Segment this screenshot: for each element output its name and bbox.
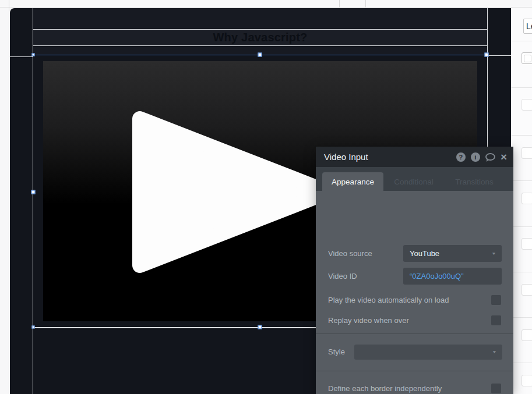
text-input-partial[interactable]: Le <box>523 19 532 34</box>
left-gutter <box>0 8 9 394</box>
video-id-label: Video ID <box>328 268 357 285</box>
toolbar-divider <box>9 0 9 8</box>
independent-borders-checkbox[interactable] <box>491 384 501 393</box>
tab-conditional[interactable]: Conditional <box>385 172 443 191</box>
chevron-down-icon: ▼ <box>491 247 496 260</box>
row-divider <box>511 272 532 272</box>
video-id-input[interactable]: “0ZA0oJo00uQ” <box>403 268 502 285</box>
guide-line-left-strip <box>10 56 33 57</box>
chevron-down-icon: ▼ <box>492 347 497 358</box>
page-heading: Why Javascript? <box>213 31 308 44</box>
close-icon[interactable]: × <box>501 152 507 162</box>
row-divider <box>511 135 532 136</box>
row-divider <box>511 363 532 363</box>
checkbox[interactable] <box>522 238 532 250</box>
checkbox[interactable] <box>522 375 532 386</box>
checkbox[interactable] <box>522 99 532 111</box>
video-id-value: “0ZA0oJo00uQ” <box>410 268 464 285</box>
checkbox[interactable] <box>522 329 532 341</box>
selection-handle-bottom-center[interactable] <box>258 325 262 329</box>
style-label: Style <box>328 345 345 360</box>
checkbox[interactable] <box>522 52 532 64</box>
toolbar-divider <box>365 0 366 8</box>
property-editor-header[interactable]: Video Input ? i × <box>316 147 513 167</box>
comment-icon[interactable] <box>485 153 495 161</box>
guide-line-right-strip <box>488 55 511 56</box>
row-divider <box>511 317 532 318</box>
autoplay-checkbox[interactable] <box>491 295 501 305</box>
replay-label: Replay video when over <box>328 315 409 325</box>
guide-line-heading-top <box>33 29 487 30</box>
checkbox[interactable] <box>522 193 532 204</box>
checkbox[interactable] <box>522 284 532 296</box>
selection-handle-top-right[interactable] <box>485 53 489 57</box>
video-source-label: Video source <box>328 245 372 262</box>
selection-handle-bottom-left[interactable] <box>32 326 35 329</box>
independent-borders-label: Define each border independently <box>328 384 442 393</box>
guide-line-heading-bottom <box>33 45 487 46</box>
tab-transitions[interactable]: Transitions <box>445 172 503 191</box>
selection-handle-top-center[interactable] <box>258 53 262 57</box>
panel-tabbar: Appearance Conditional Transitions <box>316 167 513 191</box>
toolbar-bottom-edge <box>0 0 532 8</box>
row-divider <box>511 87 532 88</box>
checkbox[interactable] <box>522 147 532 159</box>
section-divider <box>316 333 513 334</box>
selection-handle-top-left[interactable] <box>32 54 35 56</box>
video-input-property-editor: Video Input ? i × Appearance Conditional… <box>316 147 513 394</box>
toolbar-divider <box>339 0 340 8</box>
row-divider <box>511 41 532 41</box>
section-divider <box>316 371 513 371</box>
replay-checkbox[interactable] <box>491 315 501 325</box>
style-dropdown[interactable]: ▼ <box>354 345 502 360</box>
autoplay-label: Play the video automatically on load <box>328 295 449 305</box>
help-icon[interactable]: ? <box>456 152 466 162</box>
info-icon[interactable]: i <box>471 152 480 162</box>
row-divider <box>511 180 532 181</box>
guide-line-vertical-left <box>33 8 33 394</box>
panel-body: Video source YouTube ▼ Video ID “0ZA0oJo… <box>316 191 513 394</box>
right-property-column: Le <box>511 8 532 394</box>
panel-title: Video Input <box>324 152 368 162</box>
heading-text-element[interactable]: Why Javascript? <box>33 30 487 45</box>
video-source-value: YouTube <box>410 245 439 262</box>
row-divider <box>511 226 532 227</box>
selection-handle-middle-left[interactable] <box>31 190 36 194</box>
tab-appearance[interactable]: Appearance <box>322 172 383 191</box>
video-source-dropdown[interactable]: YouTube ▼ <box>403 245 502 262</box>
bubble-editor-window: Why Javascript? Le <box>0 0 532 394</box>
